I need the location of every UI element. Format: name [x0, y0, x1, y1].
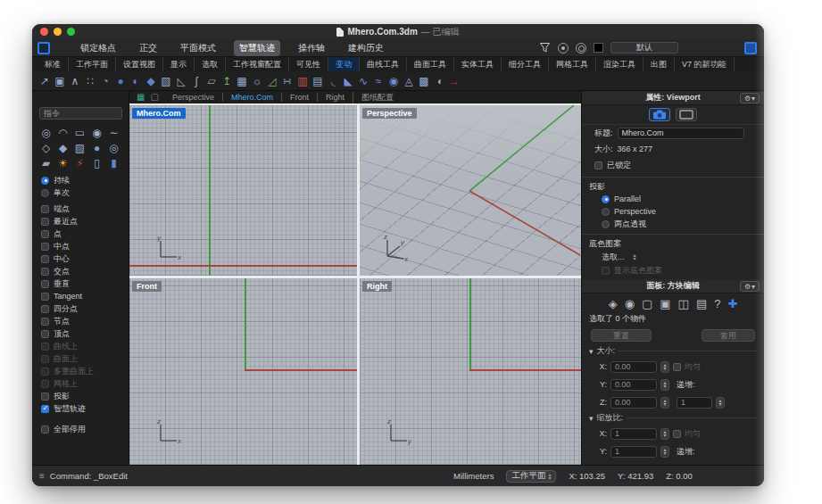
toolbar-tab[interactable]: 工作平面	[69, 57, 116, 71]
viewport-mode-button[interactable]	[676, 108, 697, 121]
close-button[interactable]	[40, 28, 48, 36]
toolbar-toggle[interactable]: 平面模式	[175, 40, 221, 56]
toolbar-tab[interactable]: 实体工具	[454, 57, 502, 71]
stepper[interactable]: ▴▾	[660, 361, 669, 373]
osnap-radio-row[interactable]: 持续	[41, 174, 129, 186]
scale-section-header[interactable]: ▾ 缩放比:	[582, 411, 764, 425]
osnap-checkbox-row[interactable]: 中心	[41, 252, 129, 265]
toolbar-tab[interactable]: 工作视窗配置	[226, 57, 289, 71]
toolbar-tab[interactable]: 选取	[195, 57, 226, 71]
toolbar-tab[interactable]: 可见性	[289, 57, 328, 71]
projection-radio-row[interactable]: Parallel	[582, 193, 764, 205]
osnap-checkbox-row[interactable]: 智慧轨迹	[41, 402, 129, 415]
viewport-title-input[interactable]: Mhero.Com	[618, 128, 744, 139]
zoom-button[interactable]	[67, 28, 75, 36]
scale-x-input[interactable]: 1	[610, 428, 657, 440]
viewport-top[interactable]: Mhero.Com y x	[129, 105, 357, 276]
current-layer-select[interactable]: 默认	[610, 42, 678, 54]
osnap-checkbox-row[interactable]: 最近点	[41, 215, 129, 227]
minimize-button[interactable]	[54, 28, 62, 36]
command-search-input[interactable]: 指令	[39, 107, 122, 120]
right-panel-toggle-icon[interactable]	[744, 42, 757, 54]
gear-menu-button[interactable]: ⚙▾	[740, 281, 760, 292]
toolbar-tab[interactable]: 标准	[37, 57, 69, 71]
toolbar-toggle[interactable]: 智慧轨迹	[234, 40, 280, 56]
toolbar-tab[interactable]: V7 的新功能	[675, 57, 735, 71]
viewport-label[interactable]: Mhero.Com	[132, 108, 186, 119]
maximize-view-icon[interactable]: ▢	[150, 93, 158, 102]
projection-radio-row[interactable]: 两点透视	[582, 218, 764, 230]
filter-icon[interactable]	[539, 42, 551, 54]
record-history-icon[interactable]	[576, 43, 586, 54]
camera-mode-button[interactable]	[649, 108, 670, 121]
stepper[interactable]: ▴▾	[660, 379, 669, 391]
viewport-tab[interactable]: Perspective	[164, 93, 222, 102]
gumball-icon[interactable]	[558, 43, 569, 54]
toolbar-tab[interactable]: 网格工具	[549, 57, 596, 71]
viewport-front[interactable]: Front z x	[129, 278, 357, 465]
checkbox-icon[interactable]	[673, 363, 681, 371]
increment-input[interactable]: 1	[677, 397, 712, 409]
viewport-tab[interactable]: Mhero.Com	[222, 93, 281, 102]
viewport-label[interactable]: Perspective	[362, 108, 417, 119]
gear-menu-button[interactable]: ⚙▾	[740, 93, 760, 103]
toolbar-tab[interactable]: 设置视图	[116, 57, 163, 71]
toolbar-toggle[interactable]: 操作轴	[293, 40, 330, 56]
toolbar-toggle[interactable]: 正交	[134, 40, 162, 56]
osnap-checkbox-row[interactable]: 投影	[41, 390, 129, 402]
toolbar-tab[interactable]: 显示	[163, 57, 195, 71]
osnap-checkbox-row[interactable]: 网格上	[41, 377, 129, 390]
command-prompt[interactable]: Command: _BoxEdit	[50, 471, 128, 481]
size-y-input[interactable]: 0.00	[610, 379, 657, 391]
viewport-label[interactable]: Right	[362, 281, 392, 292]
osnap-checkbox-row[interactable]: 多重曲面上	[41, 365, 129, 377]
disable-all-row[interactable]: 全部停用	[41, 423, 129, 435]
viewport-perspective[interactable]: Perspective z y x	[360, 105, 581, 276]
osnap-checkbox-row[interactable]: 交点	[41, 265, 129, 277]
toolbar-toggle[interactable]: 建构历史	[343, 40, 389, 56]
osnap-checkbox-row[interactable]: 四分点	[41, 302, 129, 315]
cplane-select[interactable]: 工作平面 ▴▾	[506, 470, 556, 483]
toolbar-toggle[interactable]: 锁定格点	[75, 40, 121, 56]
checkbox-icon[interactable]	[673, 430, 681, 438]
viewport-label[interactable]: Front	[132, 281, 162, 292]
four-view-icon[interactable]: ▦	[137, 93, 145, 102]
stepper[interactable]: ▴▾	[660, 428, 669, 440]
stepper[interactable]: ▴▾	[716, 397, 725, 409]
viewport-right[interactable]: Right z y	[360, 278, 581, 465]
toolbar-tab[interactable]: 变动	[328, 57, 360, 71]
stepper[interactable]: ▴▾	[660, 397, 669, 409]
size-x-input[interactable]: 0.00	[610, 361, 657, 373]
scale-y-input[interactable]: 1	[610, 446, 657, 458]
toolbar-tab[interactable]: 出图	[643, 57, 675, 71]
left-panel-toggle-icon[interactable]	[37, 42, 50, 54]
projection-radio-row[interactable]: Perspective	[582, 205, 764, 218]
osnap-radio-row[interactable]: 单次	[41, 186, 129, 199]
size-z-input[interactable]: 0.00	[610, 397, 657, 409]
osnap-checkbox-row[interactable]: 点	[41, 227, 129, 240]
command-history-icon[interactable]: ≡	[39, 471, 45, 481]
osnap-checkbox-row[interactable]: 节点	[41, 315, 129, 327]
locked-checkbox-row[interactable]: 已锁定	[582, 157, 764, 173]
units-label[interactable]: Millimeters	[453, 471, 494, 481]
osnap-checkbox-row[interactable]: 顶点	[41, 327, 129, 340]
wallpaper-select[interactable]: 选取... ▴▾	[582, 250, 764, 264]
toolbar-tab[interactable]: 曲线工具	[360, 57, 407, 71]
layer-color-swatch[interactable]	[594, 43, 603, 53]
osnap-checkbox-row[interactable]: 垂直	[41, 277, 129, 290]
viewport-tab[interactable]: 图纸配置	[353, 92, 402, 103]
osnap-checkbox-row[interactable]: 曲面上	[41, 352, 129, 365]
osnap-checkbox-row[interactable]: 端点	[41, 202, 129, 215]
viewport-tab[interactable]: Right	[317, 93, 353, 102]
toolbar-tab[interactable]: 曲面工具	[407, 57, 454, 71]
size-section-header[interactable]: ▾ 大小:	[582, 344, 764, 358]
osnap-checkbox-row[interactable]: 曲线上	[41, 340, 129, 352]
apply-button[interactable]: 套用	[702, 329, 755, 342]
osnap-checkbox-row[interactable]: Tangent	[41, 290, 129, 302]
viewport-tab[interactable]: Front	[281, 93, 317, 102]
stepper[interactable]: ▴▾	[660, 446, 669, 458]
toolbar-tab[interactable]: 渲染工具	[596, 57, 643, 71]
osnap-checkbox-row[interactable]: 中点	[41, 240, 129, 252]
toolbar-tab[interactable]: 细分工具	[502, 57, 549, 71]
reset-button[interactable]: 重置	[591, 329, 652, 342]
